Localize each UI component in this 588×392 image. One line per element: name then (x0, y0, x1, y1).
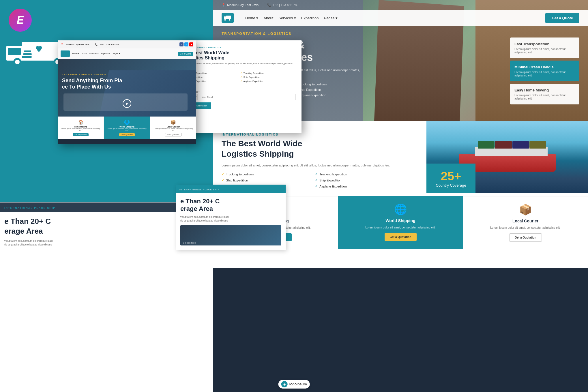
r-check3: ✓ Ship Expedition (222, 178, 313, 182)
country-num: 25+ (432, 169, 470, 183)
p1-quote-btn[interactable]: Get a Quote (178, 52, 193, 56)
side-card-1: Fast Transportation Lorem ipsum dolor si… (510, 37, 579, 58)
right-nav-links: Home ▾ About Services ▾ Expedition Pages… (245, 16, 338, 20)
right-intl-title: The Best World WideLogistics Shipping (222, 138, 406, 160)
p2-desc: Lorem ipsum dolor sit amet, consectetur … (183, 62, 296, 69)
right-nav-services[interactable]: Services ▾ (278, 16, 296, 20)
p2-checklist: Trucking Expedition Trucking Expedition … (183, 72, 296, 82)
right-quote-btn[interactable]: Get a Quote (545, 13, 579, 23)
right-local-desc: Lorem ipsum dolor sit amet, consectetur … (469, 226, 582, 230)
p1-phone-icon: 📞 (95, 43, 98, 46)
p1-category: TRANSPORTATION & LOGISTICS (62, 73, 106, 76)
p2-email-input[interactable] (199, 94, 296, 100)
intl-overlay-desc: voluptatem accusantium doloremque laudit… (180, 215, 281, 223)
p1-local-title: Local Courier (153, 126, 194, 128)
side-card-2: Minimal Crash Handle Lorem ipsum dolor s… (510, 61, 579, 81)
truck-label: LOGISTICS (183, 242, 196, 244)
svg-rect-7 (24, 50, 31, 52)
p1-phone: +62 | 123 456 789 (100, 43, 119, 46)
right-world-btn[interactable]: Get a Quotation (385, 233, 417, 241)
right-local-btn[interactable]: Get a Quotation (509, 233, 542, 242)
side-card-3: Easy Home Moving Lorem ipsum dolor sit a… (510, 84, 579, 104)
intl-overlay: INTERNATIONAL PLACE SHIP e Than 20+ Cera… (176, 185, 286, 250)
overlay-preview-1: 📍 Madiun City East Java 📞 +62 | 123 456 … (58, 40, 196, 144)
r-check1: ✓ Trucking Expedition (222, 172, 313, 176)
right-nav-home[interactable]: Home ▾ (245, 16, 258, 20)
logoipsum-text: logoipsum (289, 382, 307, 386)
p1-socials: f t ▶ (179, 42, 193, 46)
p1-world-btn[interactable]: Get a Quotation (119, 133, 135, 136)
p2-check4: Ship Expedition (240, 76, 296, 78)
p2-form: Email Address * +62 Request Estimation (183, 87, 296, 109)
logo-box (222, 13, 234, 23)
intl-big-title: e Than 20+ Cerage Area (180, 198, 281, 213)
p1-world-desc: Lorem ipsum dolor sit amet, consectetur … (106, 128, 147, 131)
right-nav-expedition[interactable]: Expedition (301, 16, 319, 20)
location-text: Madiun City East Java (227, 3, 259, 7)
elementor-icon[interactable]: E (9, 9, 32, 32)
p1-fb-icon: f (179, 42, 183, 46)
svg-rect-11 (224, 16, 227, 19)
right-nav-logo (222, 13, 234, 23)
p1-svc-local: 📦 Local Courier Lorem ipsum dolor sit am… (150, 117, 196, 139)
p1-yt-icon: ▶ (189, 42, 193, 46)
p1-svc-home: 🏠 Home Moving Lorem ipsum dolor sit amet… (58, 117, 104, 139)
right-local-icon: 📦 (469, 204, 582, 216)
svg-rect-8 (23, 53, 32, 55)
p1-nav-services[interactable]: Services ▾ (89, 52, 99, 55)
svg-rect-2 (8, 48, 21, 55)
right-world-desc: Lorem ipsum dolor sit amet, consectetur … (344, 225, 457, 230)
p1-nav-pages[interactable]: Pages ▾ (113, 52, 120, 55)
p1-svc-world: 🌐 World Shipping Lorem ipsum dolor sit a… (104, 117, 150, 139)
card-3-title: Easy Home Moving (514, 88, 575, 92)
feature-5: Ship Expedition (295, 88, 366, 92)
svg-point-12 (224, 19, 226, 21)
right-svc-world: 🌐 World Shipping Lorem ipsum dolor sit a… (338, 196, 463, 249)
p1-tw-icon: t (184, 42, 188, 46)
right-local-title: Local Courier (469, 219, 582, 223)
card-2-desc: Lorem ipsum dolor sit amet, consectetur … (514, 71, 575, 77)
phone-text: +62 | 123 456 789 (273, 3, 298, 7)
p2-form-row: +62 (183, 94, 296, 100)
p2-check2: Trucking Expedition (240, 72, 296, 74)
right-nav-about[interactable]: About (263, 16, 273, 20)
p1-nav-home[interactable]: Home ▾ (72, 52, 79, 55)
r-check4: ✓ Ship Expedition (315, 178, 406, 182)
p1-local-icon: 📦 (153, 119, 194, 125)
right-phone: 📞 +62 | 123 456 789 (267, 3, 298, 7)
p1-nav-expedition[interactable]: Expedition (101, 52, 111, 55)
r-check6: ✓ Airplane Expedition (315, 184, 406, 188)
logoipsum-badge: ◈ logoipsum (278, 380, 310, 389)
right-location: 📍 Madiun City East Java (222, 3, 259, 7)
p1-nav-about[interactable]: About (82, 52, 87, 55)
side-cards: Fast Transportation Lorem ipsum dolor si… (510, 37, 579, 107)
country-coverage-box: 25+ Country Coverage (426, 164, 475, 193)
r-check2: ✓ Trucking Expedition (315, 172, 406, 176)
svg-rect-9 (22, 56, 32, 58)
logoipsum-icon: ◈ (281, 381, 288, 387)
feature-6: Airplane Expedition (295, 93, 366, 97)
p1-home-icon: 🏠 (60, 119, 101, 125)
country-label: Country Coverage (432, 183, 470, 187)
shipping-image-area: 25+ Country Coverage (426, 121, 588, 193)
p1-local-btn[interactable]: Get a Quotation (165, 133, 181, 136)
phone-icon: 📞 (267, 3, 271, 7)
feature-4: Trucking Expedition (295, 82, 366, 86)
preview1-hero: TRANSPORTATION & LOGISTICS Send Anything… (58, 59, 196, 117)
p1-home-btn[interactable]: Get a Quotation (73, 133, 88, 136)
p1-logo (61, 50, 70, 57)
location-icon: 📍 (222, 3, 226, 7)
right-dark-section (213, 268, 588, 392)
intl-overlay-content: e Than 20+ Cerage Area voluptatem accusa… (176, 193, 286, 250)
hero-category: TRANSPORTATION & LOGISTICS (222, 32, 366, 36)
right-world-icon: 🌐 (344, 203, 457, 215)
ship-containers (478, 141, 546, 149)
p1-play-btn[interactable]: ▶ (123, 99, 131, 108)
preview1-topbar: 📍 Madiun City East Java 📞 +62 | 123 456 … (58, 40, 196, 48)
preview1-navbar: Home ▾ About Services ▾ Expedition Pages… (58, 48, 196, 59)
p2-title: The Best World WideLogistics Shipping (183, 50, 296, 61)
right-topbar: 📍 Madiun City East Java 📞 +62 | 123 456 … (213, 0, 588, 10)
preview1-services-row: 🏠 Home Moving Lorem ipsum dolor sit amet… (58, 117, 196, 139)
right-nav-pages[interactable]: Pages ▾ (324, 16, 337, 20)
p2-check6: Airplane Expedition (240, 80, 296, 82)
